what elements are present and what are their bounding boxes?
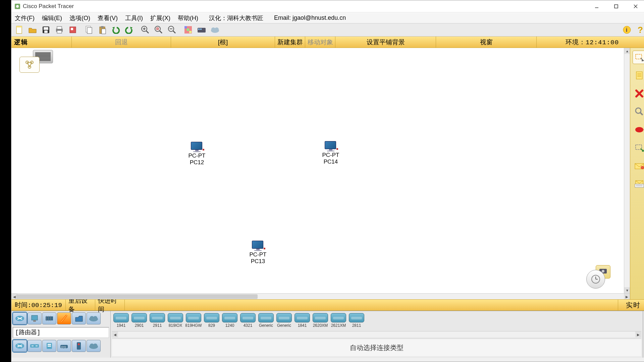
horizontal-scrollbar[interactable]: ◀ ▶ <box>11 293 630 299</box>
pdu-panel-toggle[interactable]: ◀ <box>643 311 644 358</box>
model-item[interactable]: 2621XM <box>330 313 347 329</box>
subcat-routers[interactable] <box>13 340 27 352</box>
clock-icon[interactable] <box>586 270 605 289</box>
draw-ellipse-tool[interactable]: ▾ <box>633 123 644 136</box>
cat-connections[interactable] <box>57 312 71 324</box>
model-item[interactable]: 829 <box>203 313 220 329</box>
realtime-mode-label[interactable]: 实时 <box>618 300 644 310</box>
paste-button[interactable] <box>96 24 109 36</box>
copy-button[interactable] <box>83 24 95 36</box>
cat-network-devices[interactable] <box>13 312 27 324</box>
router-icon <box>204 313 219 322</box>
router-icon <box>186 313 201 322</box>
zoom-out-button[interactable] <box>166 24 178 36</box>
device-type-label: PC-PT <box>185 153 209 159</box>
maximize-button[interactable] <box>606 0 626 12</box>
cat-multiuser[interactable] <box>87 312 101 324</box>
connection-hint: 自动选择连接类型 <box>112 339 641 356</box>
subcat-switches[interactable] <box>28 340 42 352</box>
resize-tool[interactable] <box>633 141 644 155</box>
model-label: 819HGW <box>185 323 202 328</box>
subcat-security[interactable] <box>72 340 86 352</box>
device-pc[interactable]: PC-PTPC14 <box>319 141 342 165</box>
svg-text:R: R <box>156 27 159 31</box>
add-simple-pdu-tool[interactable] <box>633 159 644 173</box>
model-scrollbar[interactable]: ◀▶ <box>112 331 641 337</box>
model-item[interactable]: 2911 <box>149 313 166 329</box>
reset-devices-button[interactable]: 重启设备 <box>66 300 95 310</box>
menu-edit[interactable]: 编辑(E) <box>41 13 63 23</box>
custom-devices-button[interactable] <box>195 24 208 36</box>
info-button[interactable]: i <box>621 24 633 36</box>
model-item[interactable]: 1841 <box>294 313 311 329</box>
device-pc[interactable]: PC-PTPC13 <box>246 241 270 265</box>
activity-wizard-button[interactable] <box>66 24 79 36</box>
model-label: 2621XM <box>331 323 346 328</box>
model-item[interactable]: 2811 <box>348 313 365 329</box>
menu-help[interactable]: 帮助(H) <box>176 13 200 23</box>
model-label: 819IOX <box>169 323 182 328</box>
model-item[interactable]: 819IOX <box>167 313 184 329</box>
delete-tool[interactable] <box>633 87 644 100</box>
new-cluster-button[interactable]: 新建集群 <box>275 37 305 48</box>
main-toolbar: R i ? <box>11 23 644 37</box>
cloud-button[interactable] <box>209 24 221 36</box>
category-label: [路由器] <box>13 327 109 338</box>
move-object-button[interactable]: 移动对象 <box>305 37 335 48</box>
close-button[interactable] <box>626 0 644 12</box>
model-item[interactable]: 1941 <box>113 313 129 329</box>
model-item[interactable]: Generic <box>258 313 274 329</box>
minimize-button[interactable] <box>587 0 606 12</box>
inspect-tool[interactable] <box>633 105 644 118</box>
subcat-hubs[interactable] <box>42 340 56 352</box>
svg-point-90 <box>78 343 80 345</box>
model-label: Generic <box>259 323 273 328</box>
logical-tab[interactable]: 逻辑 <box>11 37 72 48</box>
menu-view[interactable]: 查看(V) <box>96 13 119 23</box>
add-complex-pdu-tool[interactable] <box>633 177 644 191</box>
environment-time[interactable]: 环境：12:41:00 <box>537 37 644 48</box>
model-item[interactable]: 2901 <box>131 313 148 329</box>
vertical-scrollbar[interactable]: ▲ ▼ <box>624 48 630 293</box>
root-label[interactable]: [根] <box>171 37 275 48</box>
select-tool[interactable] <box>633 51 644 64</box>
open-file-button[interactable] <box>26 24 39 36</box>
cat-miscellaneous[interactable] <box>72 312 86 324</box>
zoom-reset-button[interactable]: R <box>152 24 165 36</box>
menu-options[interactable]: 选项(O) <box>68 13 92 23</box>
physical-logical-toggle[interactable] <box>17 50 57 73</box>
fast-forward-button[interactable]: 快进时间 <box>95 300 125 310</box>
menu-tools[interactable]: 工具(I) <box>124 13 144 23</box>
note-tool[interactable] <box>633 69 644 82</box>
model-item[interactable]: Generic <box>276 313 292 329</box>
device-name-label: PC12 <box>185 159 209 166</box>
model-item[interactable]: 819HGW <box>185 313 202 329</box>
model-item[interactable]: 4321 <box>239 313 256 329</box>
undo-button[interactable] <box>109 24 122 36</box>
navigation-widget[interactable] <box>586 266 610 291</box>
viewport-button[interactable]: 视窗 <box>436 37 537 48</box>
menu-file[interactable]: 文件(F) <box>13 13 36 23</box>
set-background-button[interactable]: 设置平铺背景 <box>335 37 436 48</box>
palette-button[interactable] <box>182 24 195 36</box>
back-button[interactable]: 回退 <box>72 37 171 48</box>
cat-end-devices[interactable] <box>28 312 42 324</box>
new-file-button[interactable] <box>13 24 25 36</box>
menu-extensions[interactable]: 扩展(X) <box>149 13 172 23</box>
save-file-button[interactable] <box>40 24 52 36</box>
subcat-wan[interactable] <box>87 340 101 352</box>
device-pc[interactable]: PC-PTPC12 <box>185 142 209 166</box>
zoom-in-button[interactable] <box>139 24 152 36</box>
app-title: Cisco Packet Tracer <box>23 3 74 10</box>
redo-button[interactable] <box>123 24 136 36</box>
model-item[interactable]: 1240 <box>221 313 238 329</box>
workspace-canvas[interactable]: PC-PTPC12PC-PTPC14PC-PTPC13 ◀ ▶ ▲ ▼ <box>11 48 630 299</box>
subcat-wireless[interactable]: ((o)) <box>57 340 71 352</box>
cat-components[interactable] <box>42 312 56 324</box>
model-item[interactable]: 2620XM <box>312 313 329 329</box>
model-label: 829 <box>208 323 215 328</box>
svg-rect-7 <box>16 26 22 27</box>
help-button[interactable]: ? <box>634 24 644 36</box>
svg-line-63 <box>640 113 643 115</box>
print-button[interactable] <box>53 24 66 36</box>
